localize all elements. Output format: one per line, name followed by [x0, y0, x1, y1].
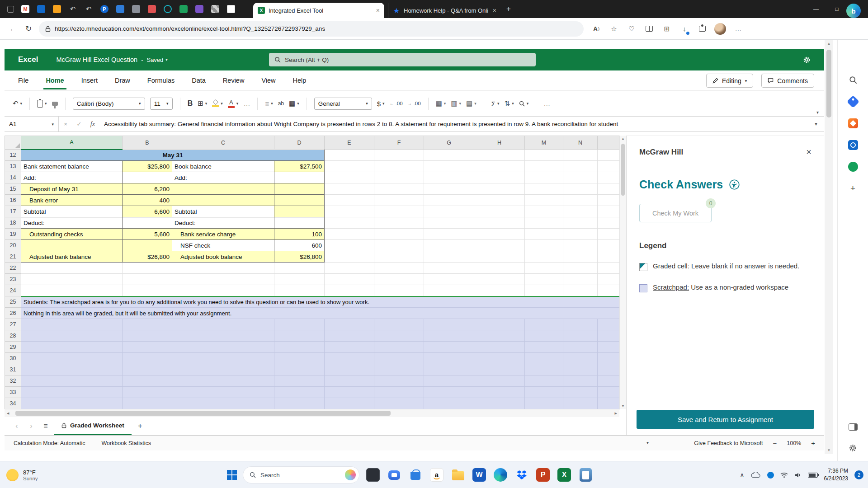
- cell-A14[interactable]: Add:: [21, 172, 123, 183]
- format-painter-button[interactable]: [52, 102, 58, 106]
- horizontal-scroll-thumb[interactable]: [15, 411, 391, 416]
- page-scroll-up-icon[interactable]: ▲: [825, 42, 833, 46]
- cell[interactable]: [563, 319, 598, 330]
- cell[interactable]: [525, 353, 563, 364]
- sheet-tab-graded-worksheet[interactable]: Graded Worksheet: [54, 417, 132, 435]
- cell[interactable]: [374, 330, 424, 342]
- cell[interactable]: [424, 364, 474, 375]
- cell[interactable]: [374, 364, 424, 375]
- cell[interactable]: [525, 319, 563, 330]
- cell[interactable]: [172, 353, 274, 364]
- browser-tab-active[interactable]: X Integrated Excel Tool ×: [253, 3, 384, 18]
- cell[interactable]: [374, 206, 424, 217]
- cell[interactable]: [474, 172, 525, 183]
- cell[interactable]: [274, 398, 325, 409]
- cell-D19[interactable]: 100: [274, 229, 325, 240]
- cell[interactable]: [598, 319, 620, 330]
- cell[interactable]: [598, 375, 620, 387]
- cell[interactable]: [21, 387, 123, 398]
- volume-icon[interactable]: [794, 472, 802, 478]
- cell[interactable]: [525, 274, 563, 285]
- cell[interactable]: [563, 183, 598, 195]
- column-header-E[interactable]: E: [325, 136, 374, 150]
- save-return-button[interactable]: Save and Return to Assignment: [637, 410, 814, 429]
- minimize-button[interactable]: —: [806, 0, 826, 18]
- cell-B14[interactable]: [123, 172, 172, 183]
- cell-B19[interactable]: 5,600: [123, 229, 172, 240]
- zoom-in-button[interactable]: +: [811, 439, 815, 447]
- cell[interactable]: [563, 274, 598, 285]
- cell[interactable]: [563, 387, 598, 398]
- cell[interactable]: [525, 206, 563, 217]
- cell[interactable]: [563, 285, 598, 296]
- cell-B16[interactable]: 400: [123, 195, 172, 206]
- confirm-entry-icon[interactable]: ✓: [72, 121, 86, 127]
- row-header[interactable]: 24: [5, 285, 21, 296]
- row-header[interactable]: 25: [5, 296, 21, 308]
- cell-B18[interactable]: [123, 217, 172, 229]
- pinned-tab-purple-icon[interactable]: [195, 5, 203, 13]
- expand-formula-bar-icon[interactable]: ▾: [808, 121, 824, 127]
- accessibility-icon[interactable]: [729, 179, 740, 190]
- column-header-B[interactable]: B: [123, 136, 172, 150]
- toolbar-overflow-icon[interactable]: …: [543, 100, 550, 108]
- sidebar-microsoft365-icon[interactable]: [847, 117, 859, 129]
- cell[interactable]: [274, 263, 325, 274]
- more-font-options-icon[interactable]: …: [243, 100, 250, 108]
- cell[interactable]: [563, 240, 598, 251]
- cell[interactable]: [525, 161, 563, 172]
- cell-C21[interactable]: Adjusted book balance: [172, 251, 274, 263]
- cell-C18[interactable]: Deduct:: [172, 217, 274, 229]
- app-icon-dark-window[interactable]: [365, 467, 381, 483]
- cell[interactable]: [474, 387, 525, 398]
- cell-D17[interactable]: [274, 206, 325, 217]
- cell[interactable]: [123, 375, 172, 387]
- cell[interactable]: [598, 364, 620, 375]
- cell[interactable]: [474, 342, 525, 353]
- cell-C16[interactable]: [172, 195, 274, 206]
- cell[interactable]: [598, 398, 620, 409]
- currency-format-button[interactable]: $▾: [377, 100, 385, 108]
- cell[interactable]: [563, 330, 598, 342]
- cell-B20[interactable]: [123, 240, 172, 251]
- cell[interactable]: [424, 195, 474, 206]
- cell-B13[interactable]: $25,800: [123, 161, 172, 172]
- weather-widget[interactable]: 87°F Sunny: [6, 461, 38, 488]
- cell[interactable]: [598, 195, 620, 206]
- cell[interactable]: [325, 387, 374, 398]
- pinned-tab-flag-icon[interactable]: [211, 5, 219, 13]
- cell[interactable]: [374, 195, 424, 206]
- cell[interactable]: [172, 387, 274, 398]
- cell[interactable]: [525, 330, 563, 342]
- menu-home[interactable]: Home: [46, 77, 64, 84]
- number-format-select[interactable]: General▾: [314, 98, 372, 110]
- conditional-formatting-button[interactable]: ▦▾: [436, 99, 446, 108]
- cell[interactable]: [424, 263, 474, 274]
- cell-C14[interactable]: Add:: [172, 172, 274, 183]
- cell[interactable]: [21, 364, 123, 375]
- cell[interactable]: [274, 342, 325, 353]
- cell[interactable]: [525, 263, 563, 274]
- cell-styles-button[interactable]: ▤▾: [466, 99, 476, 108]
- downloads-icon[interactable]: ↓: [679, 23, 690, 34]
- cell[interactable]: [374, 263, 424, 274]
- cell[interactable]: [563, 150, 598, 161]
- cell[interactable]: [374, 285, 424, 296]
- cell[interactable]: [563, 342, 598, 353]
- increase-decimal-button[interactable]: →.00: [408, 101, 421, 106]
- cell[interactable]: [525, 183, 563, 195]
- cell[interactable]: [325, 274, 374, 285]
- cell[interactable]: [525, 195, 563, 206]
- start-button[interactable]: [227, 470, 237, 480]
- cell[interactable]: [274, 319, 325, 330]
- app-icon-dropbox[interactable]: [514, 467, 529, 483]
- cell[interactable]: [123, 364, 172, 375]
- cell[interactable]: [325, 285, 374, 296]
- cell-B15[interactable]: 6,200: [123, 183, 172, 195]
- cell[interactable]: [563, 251, 598, 263]
- page-scrollbar[interactable]: ▲ ▼: [825, 40, 833, 454]
- favorites-star-icon[interactable]: ☆: [609, 23, 619, 34]
- scroll-left-icon[interactable]: ◀: [7, 412, 9, 415]
- cell[interactable]: [374, 375, 424, 387]
- app-icon-amazon[interactable]: a: [429, 467, 444, 483]
